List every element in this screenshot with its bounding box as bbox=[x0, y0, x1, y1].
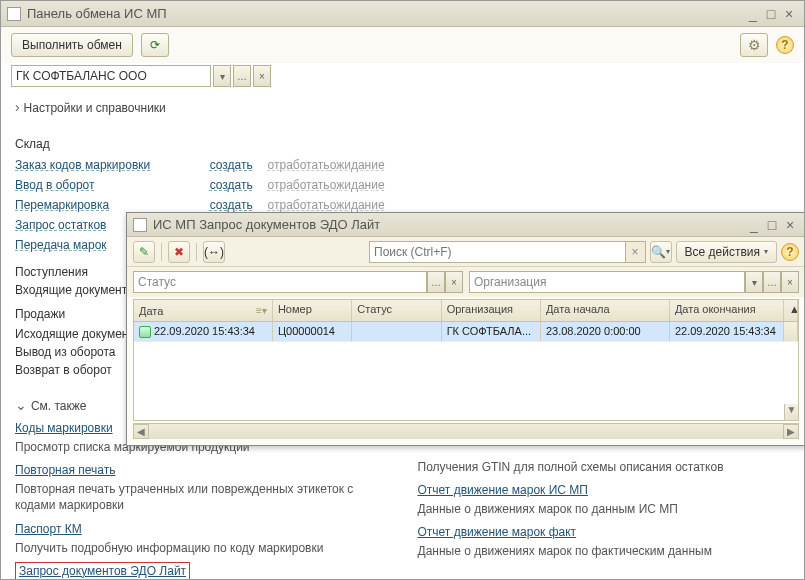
wait-link[interactable]: ожидание bbox=[330, 198, 388, 212]
grid: Дата≡▾ Номер Статус Организация Дата нач… bbox=[133, 299, 799, 421]
minimize-icon[interactable]: _ bbox=[744, 6, 762, 22]
child-window: ИС МП Запрос документов ЭДО Лайт _ □ × ✎… bbox=[126, 212, 805, 446]
link-povtor[interactable]: Повторная печать bbox=[15, 461, 115, 479]
close-icon[interactable]: × bbox=[780, 6, 798, 22]
nav-button[interactable]: (↔) bbox=[203, 241, 225, 263]
close-icon[interactable]: × bbox=[781, 217, 799, 233]
org-clear-button[interactable]: × bbox=[781, 271, 799, 293]
refresh-icon: ⟳ bbox=[150, 38, 160, 52]
delete-button[interactable]: ✖ bbox=[168, 241, 190, 263]
maximize-icon[interactable]: □ bbox=[763, 217, 781, 233]
search-clear-button[interactable]: × bbox=[626, 241, 646, 263]
document-icon bbox=[7, 7, 21, 21]
cell-num: Ц00000014 bbox=[273, 322, 352, 341]
col-status[interactable]: Статус bbox=[352, 300, 441, 321]
desc-otchet-ismp: Данные о движениях марок по данным ИС МП bbox=[418, 499, 758, 523]
link-otchet-fakt[interactable]: Отчет движение марок факт bbox=[418, 523, 577, 541]
link-zakaz[interactable]: Заказ кодов маркировки bbox=[15, 158, 210, 172]
all-actions-button[interactable]: Все действия▾ bbox=[676, 241, 777, 263]
link-incoming[interactable]: Входящие документы bbox=[15, 283, 136, 297]
child-toolbar: ✎ ✖ (↔) × 🔍▾ Все действия▾ ? bbox=[127, 237, 805, 267]
desc-gtin: Получения GTIN для полной схемы описания… bbox=[418, 457, 758, 481]
link-outgoing[interactable]: Исходящие документы bbox=[15, 327, 143, 341]
desc-povtor: Повторная печать утраченных или поврежде… bbox=[15, 479, 355, 519]
col-num[interactable]: Номер bbox=[273, 300, 352, 321]
sort-desc-icon: ≡▾ bbox=[256, 305, 267, 316]
row-vvod: Ввод в оборот создать отработать ожидани… bbox=[15, 175, 388, 195]
status-more-button[interactable]: … bbox=[427, 271, 445, 293]
row-zakaz: Заказ кодов маркировки создать отработат… bbox=[15, 155, 388, 175]
magnifier-icon: 🔍 bbox=[651, 245, 666, 259]
main-titlebar: Панель обмена ИС МП _ □ × bbox=[1, 1, 804, 27]
link-vozvrat[interactable]: Возврат в оборот bbox=[15, 363, 112, 377]
col-d1[interactable]: Дата начала bbox=[541, 300, 670, 321]
link-vyvod[interactable]: Вывод из оборота bbox=[15, 345, 116, 359]
link-otchet-ismp[interactable]: Отчет движение марок ИС МП bbox=[418, 481, 588, 499]
help-button[interactable]: ? bbox=[781, 243, 799, 261]
child-title: ИС МП Запрос документов ЭДО Лайт bbox=[153, 217, 745, 232]
nav-icon: (↔) bbox=[204, 245, 224, 259]
cell-status bbox=[352, 322, 441, 341]
process-link[interactable]: отработать bbox=[268, 178, 330, 192]
link-kody[interactable]: Коды маркировки bbox=[15, 419, 113, 437]
scroll-right-button[interactable]: ▶ bbox=[783, 424, 799, 439]
org-clear-button[interactable]: × bbox=[253, 65, 271, 87]
h-scrollbar[interactable]: ◀ ▶ bbox=[133, 423, 799, 439]
pencil-icon: ✎ bbox=[139, 245, 149, 259]
col-date[interactable]: Дата≡▾ bbox=[134, 300, 273, 321]
scroll-left-button[interactable]: ◀ bbox=[133, 424, 149, 439]
desc-pasport: Получить подробную информацию по коду ма… bbox=[15, 538, 355, 562]
gear-icon: ⚙ bbox=[748, 37, 761, 53]
edit-button[interactable]: ✎ bbox=[133, 241, 155, 263]
cell-d1: 23.08.2020 0:00:00 bbox=[541, 322, 670, 341]
cell-d2: 22.09.2020 15:43:34 bbox=[670, 322, 784, 341]
wait-link[interactable]: ожидание bbox=[330, 178, 388, 192]
document-row-icon bbox=[139, 326, 151, 338]
settings-button[interactable]: ⚙ bbox=[740, 33, 768, 57]
col-scroll[interactable]: ▲ bbox=[784, 300, 798, 321]
help-button[interactable]: ? bbox=[776, 36, 794, 54]
delete-icon: ✖ bbox=[174, 245, 184, 259]
main-title: Панель обмена ИС МП bbox=[27, 6, 744, 21]
refresh-button[interactable]: ⟳ bbox=[141, 33, 169, 57]
org-dropdown-button[interactable]: ▾ bbox=[745, 271, 763, 293]
section-sklad: Склад bbox=[15, 127, 388, 155]
create-link[interactable]: создать bbox=[210, 198, 268, 212]
table-row[interactable]: 22.09.2020 15:43:34 Ц00000014 ГК СОФТБАЛ… bbox=[134, 322, 798, 342]
process-link[interactable]: отработать bbox=[268, 198, 330, 212]
scroll-down-button[interactable]: ▼ bbox=[784, 404, 798, 420]
maximize-icon[interactable]: □ bbox=[762, 6, 780, 22]
wait-link[interactable]: ожидание bbox=[330, 158, 388, 172]
cell-date: 22.09.2020 15:43:34 bbox=[154, 325, 255, 337]
status-clear-button[interactable]: × bbox=[445, 271, 463, 293]
document-icon bbox=[133, 218, 147, 232]
settings-expander[interactable]: Настройки и справочники bbox=[15, 93, 790, 121]
minimize-icon[interactable]: _ bbox=[745, 217, 763, 233]
find-button[interactable]: 🔍▾ bbox=[650, 241, 672, 263]
org-filter[interactable]: Организация bbox=[469, 271, 745, 293]
create-link[interactable]: создать bbox=[210, 178, 268, 192]
create-link[interactable]: создать bbox=[210, 158, 268, 172]
org-field[interactable]: ГК СОФТБАЛАНС ООО bbox=[11, 65, 211, 87]
link-vvod[interactable]: Ввод в оборот bbox=[15, 178, 210, 192]
search-box: × bbox=[369, 241, 646, 263]
cell-org: ГК СОФТБАЛА... bbox=[442, 322, 541, 341]
link-pasport[interactable]: Паспорт КМ bbox=[15, 520, 82, 538]
grid-header: Дата≡▾ Номер Статус Организация Дата нач… bbox=[134, 300, 798, 322]
desc-otchet-fakt: Данные о движениях марок по фактическим … bbox=[418, 541, 758, 565]
org-more-button[interactable]: … bbox=[233, 65, 251, 87]
search-input[interactable] bbox=[369, 241, 626, 263]
org-dropdown-button[interactable]: ▾ bbox=[213, 65, 231, 87]
process-link[interactable]: отработать bbox=[268, 158, 330, 172]
col-org[interactable]: Организация bbox=[442, 300, 541, 321]
link-peremark[interactable]: Перемаркировка bbox=[15, 198, 210, 212]
org-more-button[interactable]: … bbox=[763, 271, 781, 293]
main-toolbar: Выполнить обмен ⟳ ⚙ ? bbox=[1, 27, 804, 63]
org-selector-row: ГК СОФТБАЛАНС ООО ▾ … × bbox=[1, 63, 804, 93]
link-zapros-edo[interactable]: Запрос документов ЭДО Лайт bbox=[15, 562, 190, 580]
exchange-button[interactable]: Выполнить обмен bbox=[11, 33, 133, 57]
col-d2[interactable]: Дата окончания bbox=[670, 300, 784, 321]
filter-row: Статус … × Организация ▾ … × bbox=[127, 267, 805, 297]
status-filter[interactable]: Статус bbox=[133, 271, 427, 293]
